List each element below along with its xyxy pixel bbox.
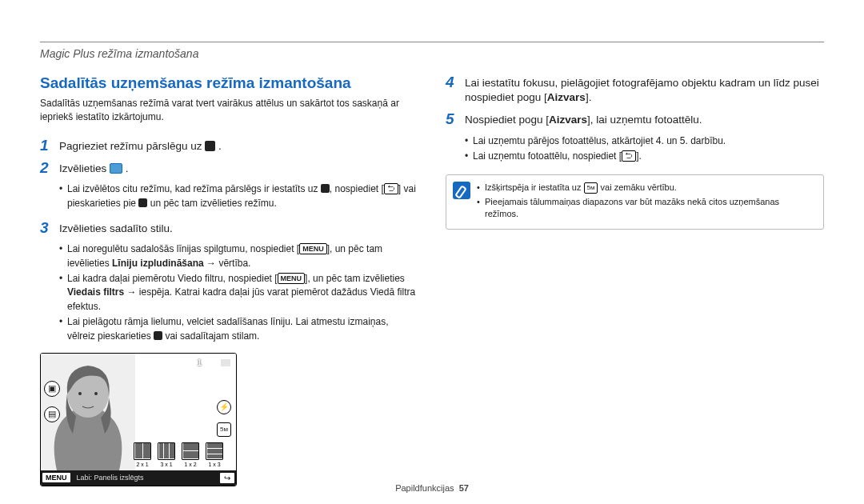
flash-button[interactable]: ⚡ (217, 400, 231, 414)
step-3: 3 Izvēlieties sadalīto stilu. (40, 220, 418, 236)
resolution-value-icon: 5м (584, 182, 598, 194)
shots-remaining: 1 (197, 358, 202, 367)
section-intro: Sadalītās uzņemšanas režīmā varat tvert … (40, 97, 418, 125)
step-5-sub: Lai uzņemtu pārējos fotoattēlus, atkārto… (446, 134, 824, 164)
step-1: 1 Pagrieziet režīmu pārslēgu uz . (40, 138, 418, 154)
step-number: 3 (40, 220, 53, 236)
layout-option[interactable]: 1 x 3 (206, 442, 223, 467)
back-key-icon: ⮌ (622, 150, 636, 162)
svg-point-2 (78, 392, 82, 395)
layout-option[interactable]: 2 x 1 (134, 442, 151, 467)
svg-point-3 (94, 392, 98, 395)
step-2-sub: Lai izvēlētos citu režīmu, kad režīma pā… (40, 182, 418, 210)
camera-mode-button[interactable]: ▣ (44, 381, 60, 397)
layout-options: 2 x 1 3 x 1 1 x 2 (134, 442, 223, 467)
mode-icon (138, 198, 147, 207)
menu-key-icon: MENU (299, 243, 327, 254)
camera-return-button[interactable]: ↪ (220, 473, 234, 483)
camera-preview: 1 ▣ ▤ ⚡ 5м (40, 353, 237, 486)
step-number: 5 (446, 111, 458, 127)
section-title: Sadalītās uzņemšanas režīma izmantošana (40, 74, 418, 92)
breadcrumb: Magic Plus režīma izmantošana (40, 42, 824, 74)
step-3-sub: Lai noregulētu sadalošās līnijas spilgtu… (40, 242, 418, 343)
memory-icon (206, 358, 215, 367)
menu-key-icon: MENU (278, 273, 306, 284)
step-number: 2 (40, 160, 53, 176)
back-key-icon: ⮌ (384, 183, 398, 194)
step-2: 2 Izvēlieties . (40, 160, 418, 176)
layout-option[interactable]: 1 x 2 (182, 442, 199, 467)
camera-menu-button[interactable]: MENU (42, 473, 70, 482)
mode-dial-icon (321, 184, 330, 193)
step-5: 5 Nospiediet pogu [Aizvars], lai uzņemtu… (446, 111, 824, 127)
layout-option[interactable]: 3 x 1 (158, 442, 175, 467)
split-shot-icon (110, 163, 122, 174)
step-4: 4 Lai iestatītu fokusu, pielāgojiet foto… (446, 74, 824, 105)
battery-icon (220, 358, 231, 367)
reset-icon (154, 331, 162, 340)
resolution-button[interactable]: 5м (217, 422, 231, 437)
note-box: Izšķirtspēja ir iestatīta uz 5м vai zemā… (446, 174, 824, 229)
step-number: 1 (40, 138, 53, 154)
camera-hint: Labi: Panelis izslēgts (72, 474, 219, 482)
mode-dial-icon (205, 141, 215, 151)
note-icon (453, 182, 470, 199)
page-footer: Papildfunkcijas 57 (0, 483, 864, 493)
camera-gallery-button[interactable]: ▤ (44, 406, 60, 422)
step-number: 4 (446, 74, 458, 105)
